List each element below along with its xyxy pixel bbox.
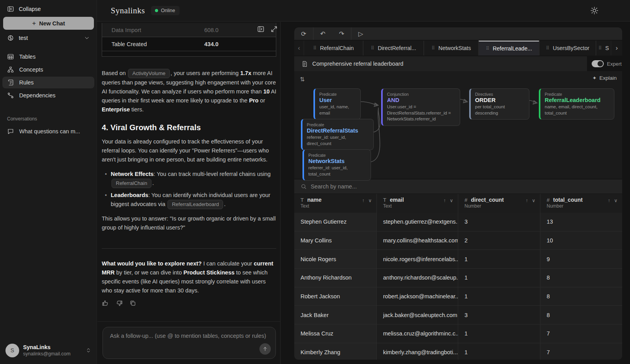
rule-tab-referralchain[interactable]: ⠿ReferralChain xyxy=(304,41,363,56)
rule-tab-s[interactable]: ⠿S xyxy=(596,41,611,56)
thumbs-up-icon[interactable] xyxy=(102,299,109,307)
rule-tabbar: ‹ ⠿ReferralChain⠿DirectReferral...⠿Netwo… xyxy=(294,41,622,56)
sidebar-item-label: Dependencies xyxy=(19,92,56,99)
cell-direct_count: 2 xyxy=(458,231,540,250)
sort-asc-icon[interactable]: ↑ xyxy=(608,198,610,203)
table-row[interactable]: Robert Jacksonrobert.jackson@machinelear… xyxy=(294,287,622,306)
column-menu-icon[interactable]: ∨ xyxy=(368,198,372,203)
cell-total_count: 8 xyxy=(540,306,622,324)
rule-title-chip[interactable]: Comprehensive referral leaderboard xyxy=(294,56,587,71)
workspace-toolbar: ⟳ ↶ ↷ ▷ xyxy=(294,27,622,40)
column-header-name[interactable]: TnameText↑∨ xyxy=(294,194,377,213)
table-row[interactable]: Kimberly Zhangkimberly.zhang@tradingboti… xyxy=(294,343,622,360)
message-bullet: Network Effects: You can track multi-lev… xyxy=(102,170,276,188)
node-title: ReferralLeaderboard xyxy=(545,97,610,103)
expand-icon[interactable] xyxy=(270,25,278,33)
tabs-scroll-right-icon[interactable]: › xyxy=(611,41,622,56)
stats-value: 434.0 xyxy=(204,41,276,47)
stats-table-row: Table Created434.0 xyxy=(102,37,276,51)
search-input[interactable] xyxy=(311,183,622,190)
open-in-panel-icon[interactable] xyxy=(257,25,265,33)
sidebar-item-rules[interactable]: Rules xyxy=(2,77,94,88)
theme-toggle-sun-icon[interactable] xyxy=(590,6,599,15)
graph-node-order[interactable]: DirectivesORDERper total_count descendin… xyxy=(469,88,529,120)
column-header-direct_count[interactable]: #direct_countNumber↑∨ xyxy=(458,194,540,213)
project-selector[interactable]: test xyxy=(7,34,90,41)
column-header-total_count[interactable]: #total_countNumber↑∨ xyxy=(540,194,622,213)
table-row[interactable]: Mary Collinsmary.collins@healthstack.com… xyxy=(294,231,622,250)
cell-email: kimberly.zhang@tradingboti... xyxy=(377,343,458,360)
inline-code-chip[interactable]: ActivityVolume xyxy=(128,69,170,78)
run-icon[interactable]: ▷ xyxy=(351,27,370,40)
rule-tab-usersbysector[interactable]: ⠿UsersBySector xyxy=(539,41,596,56)
tabs-scroll-left-icon[interactable]: ‹ xyxy=(294,41,304,56)
graph-node-referralleaderboard[interactable]: PredicateReferralLeaderboardname, email,… xyxy=(539,88,614,120)
search-icon xyxy=(301,183,307,190)
send-button[interactable] xyxy=(259,343,271,355)
chat-scroll-area[interactable]: Data Import608.0Table Created434.0 Based… xyxy=(102,22,276,321)
column-menu-icon[interactable]: ∨ xyxy=(614,198,617,203)
graph-node-networkstats[interactable]: PredicateNetworkStatsreferrer_id: user_i… xyxy=(302,149,371,181)
inline-code-chip[interactable]: ReferralChain xyxy=(112,179,151,188)
thumbs-down-icon[interactable] xyxy=(115,299,123,307)
inline-code-chip[interactable]: ReferralLeaderboard xyxy=(167,200,223,209)
graph-node-directreferralstats[interactable]: PredicateDirectReferralStatsreferrer_id:… xyxy=(301,119,374,150)
table-row[interactable]: Anthony Richardsonanthony.richardson@sca… xyxy=(294,269,622,287)
sort-asc-icon[interactable]: ↑ xyxy=(526,198,528,203)
drag-handle-icon[interactable]: ⠿ xyxy=(546,45,549,51)
rule-tab-directreferral[interactable]: ⠿DirectReferral... xyxy=(363,41,424,56)
node-kind: Predicate xyxy=(308,153,366,158)
table-search-row xyxy=(294,179,622,194)
followup-input[interactable] xyxy=(103,327,275,350)
cell-email: nicole.rogers@inferencelabs.... xyxy=(377,250,458,268)
graph-node-and[interactable]: ConjunctionANDUser.user_id = DirectRefer… xyxy=(381,88,460,126)
stats-table-row: Data Import608.0 xyxy=(102,23,276,37)
stats-table: Data Import608.0Table Created434.0 xyxy=(102,23,276,57)
drag-handle-icon[interactable]: ⠿ xyxy=(371,45,374,51)
column-header-email[interactable]: TemailText↑∨ xyxy=(377,194,458,213)
sidebar-item-concepts[interactable]: Concepts xyxy=(2,64,94,75)
table-row[interactable]: Jack Bakerjack.baker@scaleuptech.com38 xyxy=(294,306,622,325)
expert-toggle[interactable] xyxy=(592,60,604,67)
table-row[interactable]: Stephen Gutierrezstephen.gutierrez@nextg… xyxy=(294,213,622,231)
drag-handle-icon[interactable]: ⠿ xyxy=(598,45,602,51)
column-menu-icon[interactable]: ∨ xyxy=(532,198,535,203)
drag-handle-icon[interactable]: ⠿ xyxy=(313,45,317,51)
sidebar-item-tables[interactable]: Tables xyxy=(2,51,94,63)
drag-handle-icon[interactable]: ⠿ xyxy=(486,46,489,51)
node-title: AND xyxy=(387,97,455,103)
sort-asc-icon[interactable]: ↑ xyxy=(362,198,364,203)
project-label: test xyxy=(19,35,28,41)
graph-node-user[interactable]: PredicateUseruser_id, name, email xyxy=(313,88,361,120)
refresh-icon[interactable]: ⟳ xyxy=(294,27,313,40)
rule-tab-networkstats[interactable]: ⠿NetworkStats xyxy=(424,41,479,56)
rule-title: Comprehensive referral leaderboard xyxy=(312,61,403,67)
user-menu[interactable]: S SynaLinks synalinks@gmail.com xyxy=(0,337,97,364)
new-chat-button[interactable]: + New Chat xyxy=(3,17,94,30)
text-type-icon: T xyxy=(383,197,386,203)
workspace-panel: ⟳ ↶ ↷ ▷ ‹ ⠿ReferralChain⠿DirectReferral.… xyxy=(294,27,622,360)
table-widget-actions xyxy=(257,25,278,33)
cell-email: robert.jackson@machinelear... xyxy=(377,287,458,306)
cell-name: Stephen Gutierrez xyxy=(294,213,377,231)
redo-icon[interactable]: ↷ xyxy=(332,27,351,40)
sort-asc-icon[interactable]: ↑ xyxy=(443,198,446,203)
table-row[interactable]: Nicole Rogersnicole.rogers@inferencelabs… xyxy=(294,250,622,269)
drag-handle-icon[interactable]: ⠿ xyxy=(431,45,435,51)
assistant-message: Based on ActivityVolume, your users are … xyxy=(102,69,276,307)
sidebar-item-dependencies[interactable]: Dependencies xyxy=(2,90,94,101)
rule-tab-label: S xyxy=(605,45,609,51)
copy-icon[interactable] xyxy=(129,299,137,307)
column-menu-icon[interactable]: ∨ xyxy=(450,198,453,203)
composer-box xyxy=(103,327,276,359)
collapse-button[interactable]: Collapse xyxy=(7,5,97,13)
conversation-item[interactable]: What questions can m... xyxy=(2,126,94,137)
cell-direct_count: 1 xyxy=(458,269,540,287)
rule-tab-referralleade[interactable]: ⠿ReferralLeade... xyxy=(479,41,539,56)
message-bullet: Leaderboards: You can identify which ind… xyxy=(102,191,276,209)
undo-icon[interactable]: ↶ xyxy=(313,27,332,40)
cell-total_count: 13 xyxy=(540,213,622,231)
table-row[interactable]: Melissa Cruzmelissa.cruz@algorithminc.c.… xyxy=(294,325,622,343)
message-paragraph: Based on ActivityVolume, your users are … xyxy=(102,69,276,114)
collapse-label: Collapse xyxy=(19,6,41,12)
